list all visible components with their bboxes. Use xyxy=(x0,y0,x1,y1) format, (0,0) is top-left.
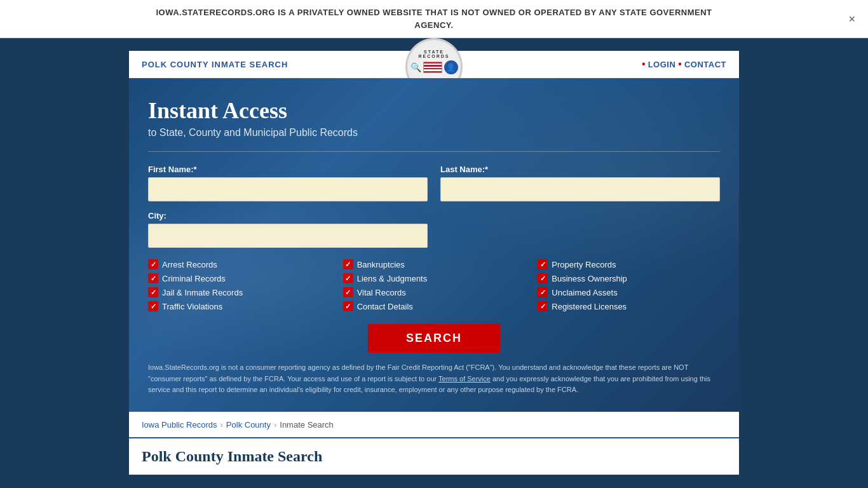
checkbox-liens: Liens & Judgments xyxy=(343,273,526,283)
nav-dot-2: • xyxy=(678,58,682,70)
last-name-group: Last Name:* xyxy=(440,165,720,201)
checkbox-label-licenses: Registered Licenses xyxy=(552,302,627,311)
form-divider xyxy=(148,151,720,152)
breadcrumb-iowa-public-records[interactable]: Iowa Public Records xyxy=(142,420,217,430)
breadcrumb: Iowa Public Records › Polk County › Inma… xyxy=(129,412,739,437)
checkbox-label-business: Business Ownership xyxy=(552,274,627,283)
checkbox-licenses: Registered Licenses xyxy=(538,301,720,311)
city-group: City: xyxy=(148,211,428,248)
checkbox-icon-traffic xyxy=(148,301,158,311)
checkbox-icon-unclaimed xyxy=(538,287,548,297)
breadcrumb-separator-2: › xyxy=(274,420,276,430)
checkbox-label-bankruptcies: Bankruptcies xyxy=(357,260,405,269)
checkbox-property-records: Property Records xyxy=(538,259,720,269)
checkbox-unclaimed: Unclaimed Assets xyxy=(538,287,720,297)
checkbox-vital: Vital Records xyxy=(343,287,526,297)
header-nav: • LOGIN • CONTACT xyxy=(642,58,726,70)
checkbox-label-traffic: Traffic Violations xyxy=(162,302,222,311)
checkbox-icon-business xyxy=(538,273,548,283)
logo-flag xyxy=(423,62,442,73)
top-banner: IOWA.STATERECORDS.ORG IS A PRIVATELY OWN… xyxy=(0,0,868,38)
checkbox-label-liens: Liens & Judgments xyxy=(357,274,428,283)
checkbox-bankruptcies: Bankruptcies xyxy=(343,259,526,269)
logo-icons: 🔍 👤 xyxy=(410,60,458,74)
name-row: First Name:* Last Name:* xyxy=(148,165,720,201)
bottom-section: Polk County Inmate Search xyxy=(129,437,739,475)
search-button[interactable]: SEARCH xyxy=(368,324,500,353)
checkbox-label-criminal: Criminal Records xyxy=(162,274,226,283)
last-name-input[interactable] xyxy=(440,177,720,201)
last-name-label: Last Name:* xyxy=(440,165,720,174)
checkbox-icon-property xyxy=(538,259,548,269)
first-name-label: First Name:* xyxy=(148,165,428,174)
nav-dot-1: • xyxy=(642,58,646,70)
checkbox-arrest-records: Arrest Records xyxy=(148,259,330,269)
banner-text: IOWA.STATERECORDS.ORG IS A PRIVATELY OWN… xyxy=(148,6,720,31)
checkbox-jail-inmate: Jail & Inmate Records xyxy=(148,287,330,297)
disclaimer: Iowa.StateRecords.org is not a consumer … xyxy=(148,362,720,396)
logo-search-icon: 🔍 xyxy=(410,62,421,72)
checkbox-contact: Contact Details xyxy=(343,301,526,311)
checkbox-icon-licenses xyxy=(538,301,548,311)
checkbox-label-unclaimed: Unclaimed Assets xyxy=(552,288,617,297)
checkbox-business: Business Ownership xyxy=(538,273,720,283)
checkbox-icon-criminal xyxy=(148,273,158,283)
breadcrumb-separator-1: › xyxy=(220,420,223,430)
logo-person-icon: 👤 xyxy=(444,60,458,74)
terms-of-service-link[interactable]: Terms of Service xyxy=(438,375,491,383)
city-label: City: xyxy=(148,211,428,220)
breadcrumb-inmate-search: Inmate Search xyxy=(280,420,334,430)
checkbox-criminal-records: Criminal Records xyxy=(148,273,330,283)
form-title: Instant Access xyxy=(148,97,720,124)
checkbox-icon-arrest xyxy=(148,259,158,269)
contact-link[interactable]: CONTACT xyxy=(684,60,726,69)
checkbox-label-property: Property Records xyxy=(552,260,616,269)
breadcrumb-polk-county[interactable]: Polk County xyxy=(226,420,271,430)
login-link[interactable]: LOGIN xyxy=(648,60,676,69)
banner-close-button[interactable]: × xyxy=(848,12,855,25)
checkbox-label-contact: Contact Details xyxy=(357,302,413,311)
card-container: POLK COUNTY INMATE SEARCH STATE RECORDS … xyxy=(129,51,739,475)
checkbox-label-jail: Jail & Inmate Records xyxy=(162,288,243,297)
checkbox-label-vital: Vital Records xyxy=(357,288,406,297)
checkbox-label-arrest: Arrest Records xyxy=(162,260,217,269)
first-name-group: First Name:* xyxy=(148,165,428,201)
checkbox-icon-bankruptcies xyxy=(343,259,353,269)
card-header: POLK COUNTY INMATE SEARCH STATE RECORDS … xyxy=(129,51,739,78)
search-button-container: SEARCH xyxy=(148,324,720,353)
checkbox-icon-contact xyxy=(343,301,353,311)
checkbox-icon-liens xyxy=(343,273,353,283)
checkboxes-grid: Arrest Records Bankruptcies Property Rec… xyxy=(148,259,720,311)
logo-text-state: STATE xyxy=(424,50,444,54)
site-title: POLK COUNTY INMATE SEARCH xyxy=(142,60,288,69)
search-form-area: Instant Access to State, County and Muni… xyxy=(129,78,739,412)
city-row: City: xyxy=(148,211,720,248)
checkbox-icon-vital xyxy=(343,287,353,297)
checkbox-icon-jail xyxy=(148,287,158,297)
form-subtitle: to State, County and Municipal Public Re… xyxy=(148,127,720,139)
main-wrapper: POLK COUNTY INMATE SEARCH STATE RECORDS … xyxy=(0,38,868,488)
city-input[interactable] xyxy=(148,224,428,248)
first-name-input[interactable] xyxy=(148,177,428,201)
logo-text-records: RECORDS xyxy=(418,54,449,58)
checkbox-traffic: Traffic Violations xyxy=(148,301,330,311)
page-title: Polk County Inmate Search xyxy=(142,448,726,465)
